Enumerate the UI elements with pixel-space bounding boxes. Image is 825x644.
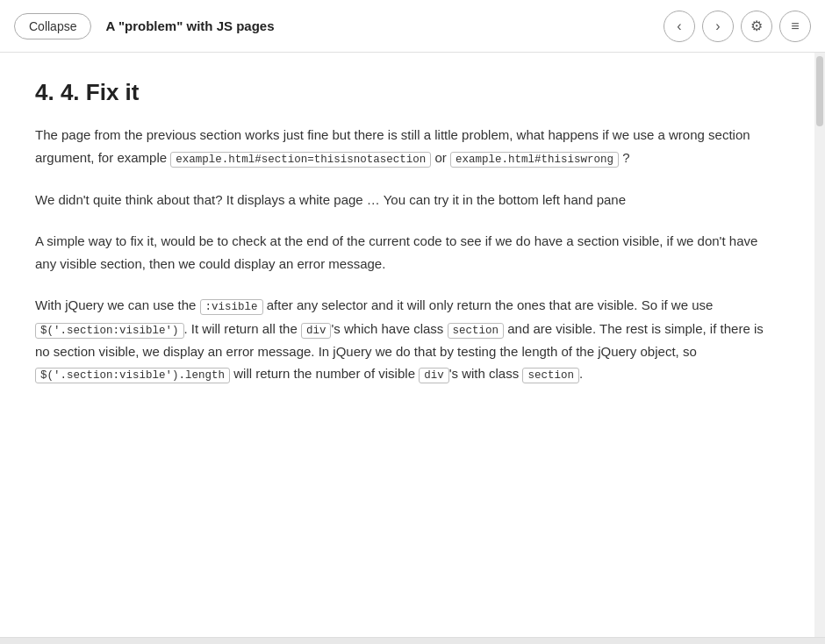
nav-title: A "problem" with JS pages xyxy=(105,18,274,33)
p4-text3: . It will return all the xyxy=(184,321,301,336)
p4-text1: With jQuery we can use the xyxy=(35,297,200,312)
p1-text2: or xyxy=(431,150,450,165)
menu-button[interactable]: ≡ xyxy=(779,11,811,42)
bottom-bar xyxy=(0,637,825,644)
top-nav-right: ‹ › ⚙ ≡ xyxy=(664,11,811,42)
paragraph-2: We didn't quite think about that? It dis… xyxy=(35,189,779,211)
p4-code-section2: section xyxy=(522,368,579,383)
collapse-button[interactable]: Collapse xyxy=(14,13,91,39)
main-content: 4. 4. Fix it The page from the previous … xyxy=(0,53,825,637)
p4-text7: 's with class xyxy=(449,366,523,381)
scrollbar-track[interactable] xyxy=(814,53,825,637)
p4-code-section-visible: $('.section:visible') xyxy=(35,323,184,339)
app-container: Collapse A "problem" with JS pages ‹ › ⚙… xyxy=(0,0,825,644)
top-nav-left: Collapse A "problem" with JS pages xyxy=(14,13,275,39)
p1-text3: ? xyxy=(619,150,630,165)
top-nav: Collapse A "problem" with JS pages ‹ › ⚙… xyxy=(0,0,825,53)
p1-code2: example.html#thisiswrong xyxy=(450,152,619,168)
paragraph-3: A simple way to fix it, would be to chec… xyxy=(35,230,779,275)
page-title: 4. 4. Fix it xyxy=(35,79,779,106)
nav-back-button[interactable]: ‹ xyxy=(664,11,695,42)
settings-button[interactable]: ⚙ xyxy=(741,11,772,42)
paragraph-1: The page from the previous section works… xyxy=(35,124,779,169)
p4-code-length: $('.section:visible').length xyxy=(35,368,230,383)
nav-forward-button[interactable]: › xyxy=(702,11,734,42)
p4-text6: will return the number of visible xyxy=(230,366,419,381)
p2-text1: We didn't quite think about that? It dis… xyxy=(35,192,626,207)
p4-text4: 's which have class xyxy=(331,321,447,336)
p3-text1: A simple way to fix it, would be to chec… xyxy=(35,233,757,271)
scrollbar-thumb[interactable] xyxy=(816,56,823,126)
p1-code1: example.html#section=thisisnotasection xyxy=(170,152,431,168)
p4-text8: . xyxy=(579,366,583,381)
p4-text2: after any selector and it will only retu… xyxy=(263,297,714,312)
content-panel: 4. 4. Fix it The page from the previous … xyxy=(0,53,814,637)
p4-code-div: div xyxy=(301,323,332,339)
p4-code-section: section xyxy=(448,323,505,339)
paragraph-4: With jQuery we can use the :visible afte… xyxy=(35,294,779,385)
p4-code-visible: :visible xyxy=(200,299,263,315)
p4-code-div2: div xyxy=(419,368,449,383)
